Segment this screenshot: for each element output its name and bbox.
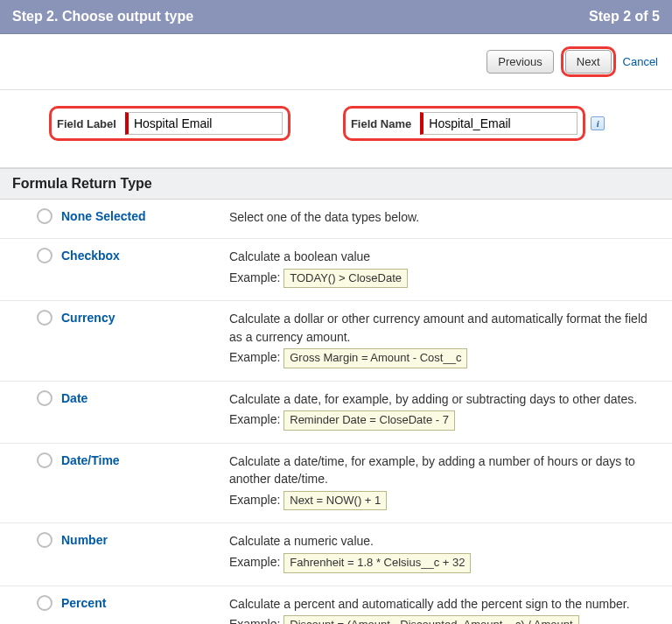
- type-example: Example: Fahrenheit = 1.8 * Celsius__c +…: [229, 553, 658, 573]
- type-desc-text: Calculate a dollar or other currency amo…: [229, 310, 658, 346]
- type-left: Number: [37, 532, 229, 548]
- next-highlight: Next: [561, 46, 616, 77]
- example-prefix: Example:: [229, 412, 284, 426]
- type-name[interactable]: Currency: [61, 311, 115, 325]
- type-example: Example: Discount = (Amount - Discounted…: [229, 615, 658, 624]
- field-name-highlight: Field Name: [343, 106, 585, 141]
- next-button[interactable]: Next: [565, 50, 612, 74]
- type-left: None Selected: [37, 208, 229, 224]
- type-left: Percent: [37, 595, 229, 611]
- type-desc: Calculate a date, for example, by adding…: [229, 390, 658, 431]
- section-title: Formula Return Type: [0, 168, 672, 200]
- type-left: Date/Time: [37, 452, 229, 468]
- previous-button[interactable]: Previous: [486, 50, 554, 74]
- nav-buttons: Previous Next Cancel: [0, 34, 672, 90]
- type-name[interactable]: Percent: [61, 596, 106, 610]
- example-prefix: Example:: [229, 350, 284, 364]
- field-label-group: Field Label: [57, 112, 283, 135]
- cancel-link[interactable]: Cancel: [623, 55, 658, 68]
- radio-number[interactable]: [37, 532, 52, 548]
- type-desc: Calculate a percent and automatically ad…: [229, 595, 658, 624]
- type-name[interactable]: None Selected: [61, 209, 145, 223]
- type-left: Currency: [37, 310, 229, 326]
- example-code: Gross Margin = Amount - Cost__c: [284, 348, 467, 368]
- type-row: CheckboxCalculate a boolean valueExample…: [0, 239, 672, 301]
- info-icon[interactable]: i: [591, 116, 605, 130]
- type-desc: Select one of the data types below.: [229, 208, 658, 226]
- field-name-group: Field Name: [351, 112, 578, 135]
- field-row: Field Label Field Name i: [0, 90, 672, 168]
- field-label-highlight: Field Label: [49, 106, 290, 141]
- example-code: Next = NOW() + 1: [284, 491, 387, 511]
- type-name[interactable]: Number: [61, 533, 108, 547]
- example-prefix: Example:: [229, 555, 284, 569]
- type-row: CurrencyCalculate a dollar or other curr…: [0, 301, 672, 381]
- example-prefix: Example:: [229, 617, 284, 624]
- type-desc: Calculate a boolean valueExample: TODAY(…: [229, 248, 658, 288]
- type-desc-text: Select one of the data types below.: [229, 208, 658, 226]
- type-desc-text: Calculate a numeric value.: [229, 532, 658, 550]
- field-label-input[interactable]: [125, 112, 283, 135]
- type-name[interactable]: Date: [61, 391, 88, 405]
- step-title: Step 2. Choose output type: [12, 9, 193, 25]
- type-name[interactable]: Checkbox: [61, 249, 120, 263]
- radio-currency[interactable]: [37, 310, 52, 326]
- radio-percent[interactable]: [37, 595, 52, 611]
- type-desc: Calculate a numeric value.Example: Fahre…: [229, 532, 658, 572]
- type-desc-text: Calculate a date/time, for example, by a…: [229, 452, 658, 488]
- type-left: Date: [37, 390, 229, 406]
- type-desc-text: Calculate a percent and automatically ad…: [229, 595, 658, 613]
- type-example: Example: Reminder Date = CloseDate - 7: [229, 410, 658, 431]
- type-desc-text: Calculate a boolean value: [229, 248, 658, 265]
- type-desc: Calculate a date/time, for example, by a…: [229, 452, 658, 510]
- type-left: Checkbox: [37, 248, 229, 263]
- type-example: Example: Gross Margin = Amount - Cost__c: [229, 348, 658, 368]
- step-indicator: Step 2 of 5: [589, 9, 660, 25]
- type-row: None SelectedSelect one of the data type…: [0, 200, 672, 239]
- type-example: Example: TODAY() > CloseDate: [229, 269, 658, 289]
- radio-date[interactable]: [37, 390, 52, 406]
- radio-checkbox[interactable]: [37, 248, 52, 263]
- field-name-caption: Field Name: [351, 117, 411, 130]
- field-label-caption: Field Label: [57, 117, 116, 130]
- example-code: Reminder Date = CloseDate - 7: [284, 410, 455, 431]
- type-desc-text: Calculate a date, for example, by adding…: [229, 390, 658, 408]
- type-example: Example: Next = NOW() + 1: [229, 491, 658, 511]
- example-code: TODAY() > CloseDate: [284, 269, 408, 289]
- field-name-input[interactable]: [420, 112, 578, 135]
- type-row: NumberCalculate a numeric value.Example:…: [0, 523, 672, 585]
- types-list: None SelectedSelect one of the data type…: [0, 200, 672, 624]
- type-desc: Calculate a dollar or other currency amo…: [229, 310, 658, 368]
- example-code: Discount = (Amount - Discounted_Amount__…: [284, 615, 578, 624]
- type-name[interactable]: Date/Time: [61, 453, 120, 467]
- radio-date-time[interactable]: [37, 452, 52, 468]
- type-row: Date/TimeCalculate a date/time, for exam…: [0, 444, 672, 523]
- radio-none-selected[interactable]: [37, 208, 52, 224]
- example-prefix: Example:: [229, 493, 284, 507]
- type-row: DateCalculate a date, for example, by ad…: [0, 382, 672, 444]
- example-code: Fahrenheit = 1.8 * Celsius__c + 32: [284, 553, 471, 573]
- step-header: Step 2. Choose output type Step 2 of 5: [0, 0, 672, 34]
- type-row: PercentCalculate a percent and automatic…: [0, 586, 672, 624]
- example-prefix: Example:: [229, 270, 284, 284]
